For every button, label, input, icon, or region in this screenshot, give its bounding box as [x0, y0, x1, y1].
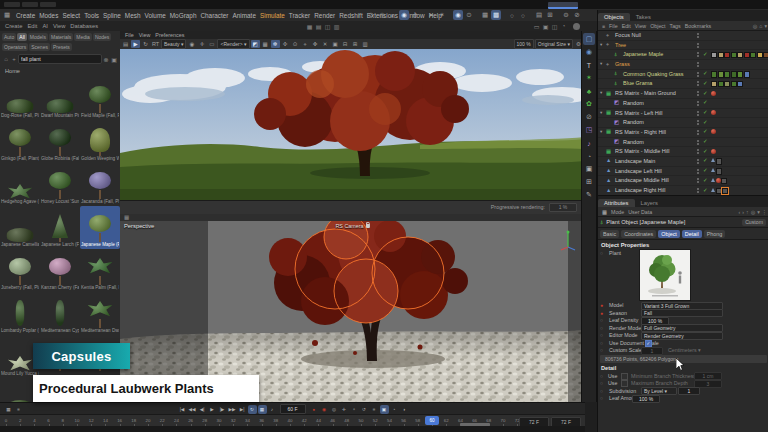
sync-icon[interactable]: ◔ — [559, 22, 568, 30]
list-view-icon[interactable]: ▤ — [314, 22, 323, 30]
expand-arrow[interactable]: ▾ — [600, 42, 602, 47]
tag-chip[interactable] — [731, 71, 737, 78]
search-icon[interactable]: ◎ — [751, 209, 756, 215]
enabled-check[interactable]: ✓ — [703, 167, 708, 173]
projector-icon[interactable]: ⊞ — [583, 176, 595, 188]
plant-item-golden-weeping-willo[interactable]: Golden Weeping Willo... — [80, 120, 120, 163]
thumb-view-icon[interactable]: ▦ — [305, 22, 314, 30]
filter-tab-materials[interactable]: Materials — [49, 33, 73, 41]
am-menu-user-data[interactable]: User Data — [628, 209, 652, 215]
tag-chip[interactable] — [718, 52, 724, 59]
record-keyframe-icon[interactable]: ● — [310, 405, 319, 414]
tag-chip[interactable] — [716, 178, 721, 183]
keyframe-selection-icon[interactable]: ◎ — [330, 405, 339, 414]
lock-view-icon[interactable]: ◩ — [251, 40, 260, 48]
search-icon[interactable]: ◎ — [753, 23, 758, 29]
filter-tab-models[interactable]: Models — [28, 33, 48, 41]
globe-icon[interactable]: ◉ — [583, 46, 595, 58]
chart-icon[interactable]: ◔ — [583, 150, 595, 162]
tag-chip[interactable] — [724, 52, 730, 59]
object-row-landscape-left-hill[interactable]: ▲Landscape Left Hill✓ — [598, 167, 768, 177]
tag-chip[interactable] — [711, 178, 715, 182]
camera-dropdown[interactable]: <Render> ▾ — [217, 39, 249, 49]
tag-chip[interactable] — [721, 178, 727, 185]
plant-item-japanese-larch-fall-p[interactable]: Japanese Larch (Fall, P... — [40, 206, 80, 249]
tag-chip[interactable] — [724, 81, 730, 88]
tag-chip[interactable] — [737, 81, 743, 88]
anim-circle[interactable]: ○ — [600, 317, 603, 323]
close-region-icon[interactable]: ✕ — [321, 40, 330, 48]
dual-window-icon[interactable]: ◫ — [550, 22, 559, 30]
menu-animate[interactable]: Animate — [233, 12, 256, 19]
custom-button[interactable]: Custom — [742, 219, 766, 226]
visibility-dots[interactable] — [697, 140, 699, 142]
character-tool-icon[interactable]: ➤ — [426, 10, 436, 20]
visibility-dots[interactable] — [697, 43, 699, 45]
object-row-random[interactable]: ◩Random✓ — [598, 99, 768, 109]
visibility-dots[interactable] — [697, 101, 699, 103]
dim-circle1-icon[interactable]: ○ — [507, 10, 517, 20]
record-scale-icon[interactable]: ⌖ — [350, 405, 359, 414]
tag-chip[interactable] — [731, 81, 737, 88]
asset-menu-view[interactable]: View — [53, 23, 65, 29]
save-image-icon[interactable]: ▤ — [121, 40, 130, 48]
enabled-check[interactable]: ✓ — [703, 80, 708, 86]
enabled-check[interactable]: ✓ — [703, 157, 708, 163]
visibility-dots[interactable] — [697, 178, 699, 180]
camera-label[interactable]: RS Camera — [335, 223, 369, 229]
object-row-random[interactable]: ◩Random✓ — [598, 118, 768, 128]
sound-toggle-icon[interactable]: ♪ — [268, 405, 277, 414]
param-field[interactable]: 100 % — [632, 395, 660, 403]
layout-tab[interactable] — [40, 2, 56, 7]
expand-arrow[interactable]: ▾ — [600, 61, 602, 66]
enabled-check[interactable]: ✓ — [703, 148, 708, 154]
anim-circle[interactable]: ○ — [600, 340, 603, 346]
text-tool-icon[interactable]: T — [583, 59, 595, 71]
render-window-icon[interactable]: ▣ — [541, 22, 550, 30]
live-selection-icon[interactable]: ⊙ — [366, 10, 376, 20]
breadcrumb[interactable]: Home — [5, 68, 120, 74]
plant-preview-thumbnail[interactable] — [639, 249, 691, 301]
enabled-check[interactable]: ✓ — [703, 99, 708, 105]
tag-chip[interactable] — [716, 168, 722, 175]
dim-circle2-icon[interactable]: ○ — [518, 10, 528, 20]
enabled-check[interactable]: ✓ — [703, 70, 708, 76]
object-row-landscape-main[interactable]: ▲Landscape Main✓ — [598, 157, 768, 167]
plant-item-juneberry-fall-plant[interactable]: Juneberry (Fall, Plant) — [0, 249, 40, 292]
sound-icon[interactable]: ♪ — [583, 137, 595, 149]
tag-chip[interactable] — [757, 52, 763, 59]
layout-window-icon[interactable]: ▭ — [532, 22, 541, 30]
rt-mode-icon[interactable]: RT — [151, 40, 160, 48]
rv-menu-view[interactable]: View — [139, 32, 151, 38]
om-menu-object[interactable]: Object — [650, 23, 665, 29]
tag-chip[interactable] — [711, 129, 716, 134]
tag-chip[interactable] — [724, 71, 730, 78]
visibility-dots[interactable] — [697, 120, 699, 122]
goto-end-icon[interactable]: ▶| — [238, 405, 247, 414]
attr-tab-phong[interactable]: Phong — [704, 230, 726, 238]
plant-item-mediterranean-dwarf[interactable]: Mediterranean Dwarf... — [80, 292, 120, 335]
max-icon[interactable]: ◑ — [400, 405, 409, 414]
anim-circle[interactable]: ○ — [600, 332, 603, 338]
object-row-common-quaking-grass[interactable]: ⍋Common Quaking Grass✓ — [598, 70, 768, 80]
tag-chip[interactable] — [722, 188, 728, 195]
plant-item-honey-locust-sunbur[interactable]: Honey Locust 'Sunbur... — [40, 163, 80, 206]
menu-mesh[interactable]: Mesh — [125, 12, 141, 19]
tag-chip[interactable] — [711, 110, 716, 115]
fit-icon[interactable]: ✜ — [311, 40, 320, 48]
anim-circle[interactable]: ○ — [600, 388, 603, 394]
param-field[interactable]: 1 — [641, 347, 663, 355]
filter-tab-scenes[interactable]: Scenes — [29, 43, 50, 51]
filter-tab-media[interactable]: Media — [74, 33, 92, 41]
enabled-check[interactable]: ✓ — [703, 128, 708, 134]
object-row-grass[interactable]: ▾⌖Grass — [598, 60, 768, 70]
asset-search-input[interactable] — [18, 54, 102, 64]
plant-item-field-maple-fall-plant[interactable]: Field Maple (Fall, Plant) — [80, 77, 120, 120]
camera-icon[interactable]: ▣ — [583, 163, 595, 175]
asset-menu-create[interactable]: Create — [5, 23, 22, 29]
record-pla-icon[interactable]: ▣ — [380, 405, 389, 414]
plant-item-mediterranean-cypres[interactable]: Mediterranean Cypres... — [40, 292, 80, 335]
target-icon[interactable]: ⊙ — [291, 40, 300, 48]
om-menu-bookmarks[interactable]: Bookmarks — [685, 23, 712, 29]
menu-simulate[interactable]: Simulate — [260, 12, 285, 19]
